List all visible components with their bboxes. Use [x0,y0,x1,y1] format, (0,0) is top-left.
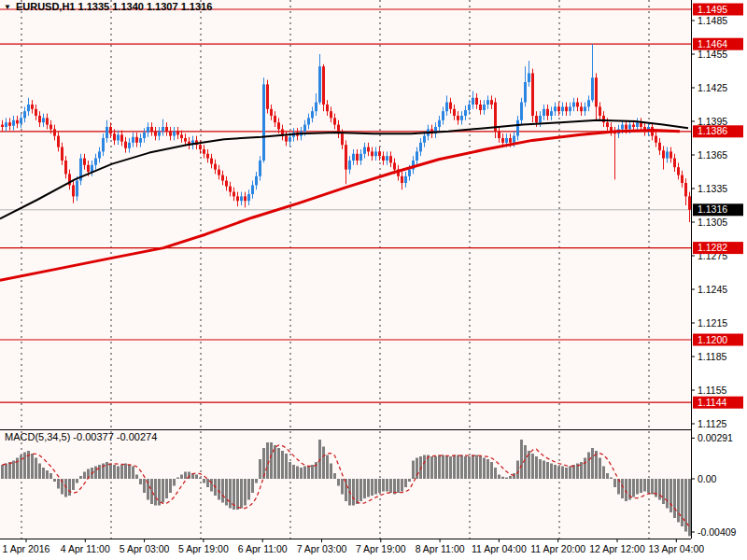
candle-body [307,118,310,124]
macd-histogram-bar [176,478,179,480]
macd-histogram-bar [158,479,161,506]
candle-body [124,142,127,148]
candle-body [61,147,63,161]
candle-body [266,84,269,108]
candle-body [184,138,187,142]
candle-body [584,106,586,111]
macd-histogram-bar [229,479,232,509]
macd-histogram-bar [106,462,108,479]
candle-body [561,106,564,111]
chevron-down-icon[interactable]: ▼ [4,2,11,12]
price-axis-label: 1.1125 [698,418,726,429]
candle-body [169,132,172,136]
candle-body [255,176,258,186]
candle-body [106,127,108,138]
candle-body [539,116,542,122]
candle-body [330,111,332,118]
price-axis-label: 1.1245 [698,284,727,295]
macd-histogram-bar [389,479,392,493]
candle-body [341,133,344,145]
macd-histogram-bar [180,475,183,480]
candle-body [371,151,374,156]
candle-body [311,111,314,118]
candle-body [199,145,202,149]
macd-histogram-bar [296,467,299,480]
macd-histogram-bar [599,458,601,480]
macd-histogram-bar [76,479,78,483]
candle-body [289,137,291,142]
candle-body [31,105,34,109]
candle-body [658,143,661,150]
candle-body [270,109,273,116]
time-axis-label: 8 Apr 11:00 [416,543,465,554]
macd-histogram-bar [266,442,269,479]
candle-body [203,149,205,154]
candle-body [681,175,684,183]
candle-body [240,196,243,201]
candle-body [94,159,97,165]
macd-histogram-bar [154,479,157,506]
time-axis-label: 7 Apr 03:00 [297,543,347,554]
macd-histogram-bar [8,462,11,479]
candle-body [147,127,149,133]
candle-body [669,151,672,158]
macd-histogram-bar [210,479,213,492]
macd-histogram-bar [79,476,82,479]
candle-body [23,111,26,118]
candle-body [87,165,90,172]
candle-body [569,106,571,111]
macd-histogram-bar [505,478,508,480]
macd-histogram-bar [613,479,616,487]
candle-body [625,125,627,130]
macd-histogram-bar [98,465,101,479]
macd-histogram-bar [524,445,527,479]
macd-histogram-bar [416,458,418,480]
candle-body [524,82,527,103]
macd-histogram-bar [569,467,571,480]
candle-body [445,103,448,112]
trading-chart-window: 1.14851.14551.14251.13951.13651.13351.13… [0,0,747,560]
candle-body [132,137,134,143]
candle-body [636,122,639,127]
candle-body [154,132,157,136]
candle-body [5,122,7,127]
candle-body [76,181,78,197]
macd-histogram-bar [382,479,385,492]
macd-histogram-bar [453,455,456,480]
macd-histogram-bar [300,468,303,479]
candle-body [46,118,49,124]
macd-histogram-bar [610,478,613,480]
candle-body [352,154,355,161]
macd-histogram-bar [270,442,273,479]
candle-body [57,136,60,147]
candle-body [72,185,75,196]
macd-histogram-bar [386,479,388,492]
macd-histogram-bar [520,440,523,479]
candle-body [225,181,228,187]
macd-histogram-bar [662,479,665,504]
candle-body [1,125,4,127]
time-axis-label: 5 Apr 03:00 [120,543,170,554]
candle-body [16,120,19,124]
candle-body [513,136,515,143]
candle-body [416,151,418,161]
candle-body [673,159,676,168]
candle-body [262,84,265,161]
candle-body [501,138,504,143]
macd-histogram-bar [143,479,146,493]
candle-body [543,109,545,116]
macd-histogram-bar [475,455,478,480]
candle-body [42,118,45,122]
candle-body [143,133,146,138]
macd-histogram-bar [404,479,407,487]
macd-histogram-bar [12,461,15,480]
macd-histogram-bar [378,479,381,493]
macd-histogram-bar [255,479,258,483]
macd-histogram-bar [430,456,433,479]
price-axis-label: 1.1305 [698,217,727,228]
candle-body [688,196,691,209]
macd-histogram-bar [479,456,482,479]
macd-histogram-bar [307,467,310,480]
macd-histogram-bar [46,470,49,479]
candle-body [475,98,478,105]
